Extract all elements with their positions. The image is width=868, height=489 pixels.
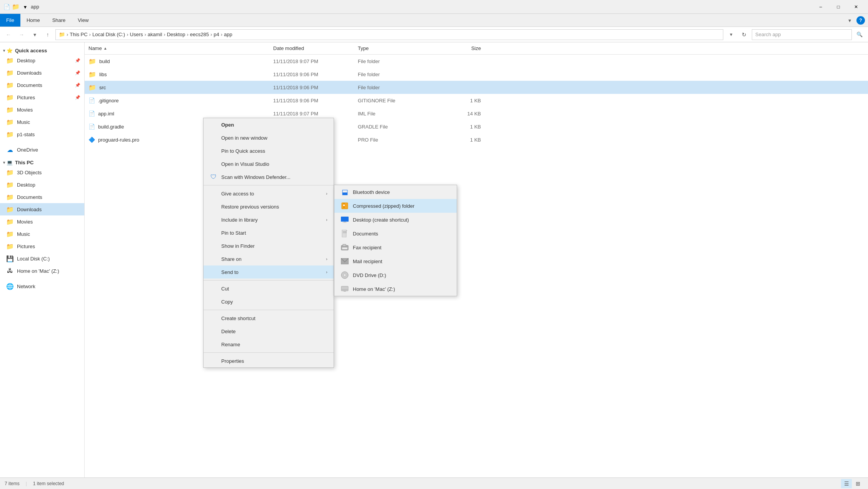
ctx-scan-defender[interactable]: 🛡 Scan with Windows Defender... <box>204 170 334 184</box>
ribbon-tab-share[interactable]: Share <box>46 14 72 27</box>
sidebar-item-desktop[interactable]: 📁 Desktop 📌 <box>0 54 84 67</box>
mail-icon <box>341 257 349 265</box>
sidebar-item-label: Desktop <box>17 182 35 188</box>
folder-icon: 📁 <box>12 3 19 10</box>
sendto-compressed[interactable]: Compressed (zipped) folder <box>334 199 457 213</box>
ctx-include-library[interactable]: Include in library › <box>204 213 334 226</box>
sidebar-item-downloads-pc[interactable]: 📁 Downloads <box>0 203 84 215</box>
sidebar-item-onedrive[interactable]: ☁ OneDrive <box>0 144 84 156</box>
sidebar-item-pictures-qa[interactable]: 📁 Pictures 📌 <box>0 91 84 103</box>
file-icon: 🔷 <box>88 137 95 143</box>
ribbon-tab-home[interactable]: Home <box>20 14 46 27</box>
ctx-create-shortcut[interactable]: Create shortcut <box>204 312 334 325</box>
table-row[interactable]: 📁 src 11/11/2018 9:06 PM File folder <box>85 81 868 94</box>
table-row[interactable]: 📁 build 11/11/2018 9:07 PM File folder <box>85 55 868 68</box>
ctx-show-finder[interactable]: Show in Finder <box>204 239 334 252</box>
ctx-rename[interactable]: Rename <box>204 338 334 351</box>
ctx-share-on[interactable]: Share on › <box>204 252 334 265</box>
fax-icon <box>341 243 349 252</box>
table-row[interactable]: 📄 .gitignore 11/11/2018 9:06 PM GITIGNOR… <box>85 94 868 107</box>
sendto-bluetooth[interactable]: ⬓ Bluetooth device <box>334 185 457 199</box>
col-type-header[interactable]: Type <box>358 45 435 51</box>
ctx-open-new-window[interactable]: Open in new window <box>204 131 334 144</box>
ribbon-expand-button[interactable]: ▾ <box>844 15 855 26</box>
sendto-mail[interactable]: Mail recipient <box>334 254 457 268</box>
search-icon[interactable]: 🔍 <box>854 29 865 40</box>
sidebar-item-network[interactable]: 🌐 Network <box>0 280 84 292</box>
ctx-pin-start[interactable]: Pin to Start <box>204 226 334 239</box>
sidebar-item-movies-qa[interactable]: 📁 Movies <box>0 103 84 116</box>
sendto-documents[interactable]: Documents <box>334 227 457 240</box>
col-modified-header[interactable]: Date modified <box>273 45 358 51</box>
file-icon: 📄 <box>88 124 95 130</box>
ribbon-tab-view[interactable]: View <box>72 14 95 27</box>
path-p4: p4 <box>214 32 219 37</box>
desktop-icon <box>341 215 349 224</box>
sidebar-item-movies-pc[interactable]: 📁 Movies <box>0 215 84 228</box>
folder-icon: 📁 <box>6 106 14 113</box>
sidebar-item-music-qa[interactable]: 📁 Music <box>0 116 84 128</box>
ctx-open-visual-studio[interactable]: Open in Visual Studio <box>204 157 334 170</box>
sidebar-item-localdisk[interactable]: 💾 Local Disk (C:) <box>0 252 84 265</box>
ctx-restore-versions[interactable]: Restore previous versions <box>204 200 334 213</box>
sendto-desktop[interactable]: Desktop (create shortcut) <box>334 213 457 227</box>
up-button[interactable]: ↑ <box>42 29 53 40</box>
sidebar-section-thispc[interactable]: ▾ 💻 This PC <box>0 157 84 166</box>
refresh-button[interactable]: ↻ <box>739 29 749 40</box>
sidebar-section-quick-access[interactable]: ▾ ⭐ Quick access <box>0 45 84 54</box>
ribbon-tab-file[interactable]: File <box>0 14 20 27</box>
sidebar-item-3dobjects[interactable]: 📁 3D Objects <box>0 166 84 179</box>
table-row[interactable]: 🔷 proguard-rules.pro 11/11/2018 9:06 PM … <box>85 133 868 146</box>
table-row[interactable]: 📁 libs 11/11/2018 9:06 PM File folder <box>85 68 868 81</box>
ctx-open[interactable]: Open <box>204 118 334 131</box>
sidebar-item-documents-qa[interactable]: 📁 Documents 📌 <box>0 79 84 91</box>
details-view-button[interactable]: ☰ <box>841 479 852 488</box>
file-name-cell: 📁 build <box>88 58 273 65</box>
sidebar-item-homemac[interactable]: 🖧 Home on 'Mac' (Z:) <box>0 265 84 277</box>
dropdown-icon[interactable]: ▾ <box>22 3 28 10</box>
col-name-header[interactable]: Name ▲ <box>88 45 273 51</box>
search-box[interactable]: Search app <box>752 29 852 40</box>
svg-rect-12 <box>343 244 346 246</box>
large-icons-view-button[interactable]: ⊞ <box>853 479 863 488</box>
address-path[interactable]: 📁 › This PC › Local Disk (C:) › Users › … <box>55 29 723 40</box>
recent-locations-button[interactable]: ▾ <box>29 29 40 40</box>
ctx-delete[interactable]: Delete <box>204 325 334 338</box>
sidebar-item-downloads-qa[interactable]: 📁 Downloads 📌 <box>0 67 84 79</box>
sidebar-item-documents-pc[interactable]: 📁 Documents <box>0 191 84 203</box>
path-users: Users <box>130 32 143 37</box>
table-row[interactable]: 📄 build.gradle 11/11/2018 9:06 PM GRADLE… <box>85 120 868 133</box>
sidebar-item-label: Pictures <box>17 95 35 100</box>
sidebar-item-p1stats[interactable]: 📁 p1-stats <box>0 128 84 140</box>
sidebar-item-desktop-pc[interactable]: 📁 Desktop <box>0 179 84 191</box>
svg-marker-8 <box>346 230 347 231</box>
folder-icon: 📁 <box>6 181 14 189</box>
minimize-button[interactable]: – <box>812 0 830 14</box>
maximize-button[interactable]: □ <box>830 0 847 14</box>
ctx-cut[interactable]: Cut <box>204 282 334 295</box>
back-button[interactable]: ← <box>3 29 14 40</box>
ctx-properties[interactable]: Properties <box>204 354 334 367</box>
sidebar-item-pictures-pc[interactable]: 📁 Pictures <box>0 240 84 252</box>
help-button[interactable]: ? <box>856 16 865 25</box>
sendto-fax[interactable]: Fax recipient <box>334 240 457 254</box>
sidebar-item-label: Music <box>17 231 30 237</box>
sendto-homemac[interactable]: Home on 'Mac' (Z:) <box>334 282 457 296</box>
folder-icon: 📁 <box>88 71 96 78</box>
ctx-give-access[interactable]: Give access to › <box>204 187 334 200</box>
col-size-header[interactable]: Size <box>435 45 481 51</box>
sidebar-item-music-pc[interactable]: 📁 Music <box>0 228 84 240</box>
sidebar-item-label: p1-stats <box>17 132 35 137</box>
ctx-pin-quick-access[interactable]: Pin to Quick access <box>204 144 334 157</box>
forward-button[interactable]: → <box>16 29 27 40</box>
close-button[interactable]: ✕ <box>847 0 865 14</box>
address-dropdown-button[interactable]: ▾ <box>726 29 736 40</box>
sidebar-item-label: Documents <box>17 194 42 200</box>
send-to-submenu: ⬓ Bluetooth device Compressed (zipped) f… <box>334 185 457 296</box>
ctx-copy[interactable]: Copy <box>204 295 334 308</box>
chevron-right-icon: › <box>326 217 327 222</box>
sendto-dvd[interactable]: DVD Drive (D:) <box>334 268 457 282</box>
ctx-send-to[interactable]: Send to › <box>204 265 334 279</box>
table-row[interactable]: 📄 app.iml 11/11/2018 9:07 PM IML File 14… <box>85 107 868 120</box>
sidebar-item-label: Music <box>17 119 30 125</box>
